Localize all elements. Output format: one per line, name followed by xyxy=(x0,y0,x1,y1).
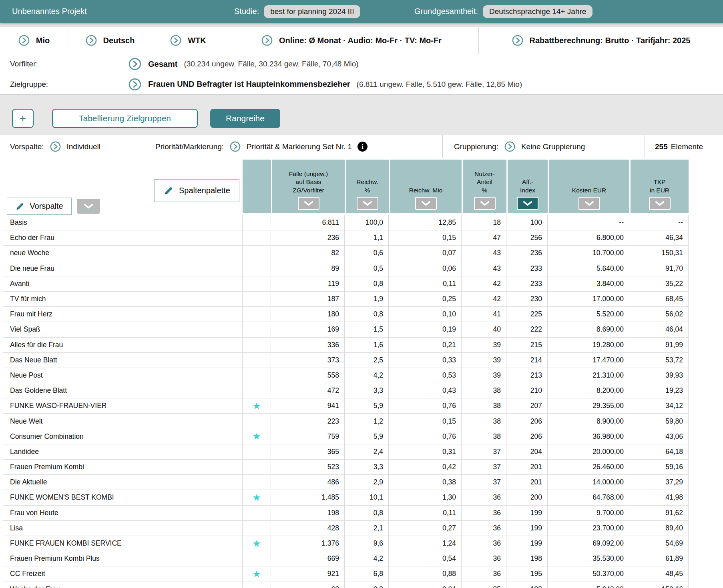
table-row[interactable]: Neue Welt2231,20,15382068.900,0059,80 xyxy=(3,414,689,429)
column-header-label: Reichw. xyxy=(356,178,378,186)
cell-nutzer-anteil: 38 xyxy=(462,383,506,398)
table-row[interactable]: Frau mit Herz1800,80,10412255.520,0056,0… xyxy=(3,307,689,322)
pencil-icon xyxy=(15,202,25,211)
vorspalte-option[interactable]: Vorspalte: Individuell xyxy=(0,135,142,158)
options-row: Vorspalte: Individuell Priorität/Markier… xyxy=(0,135,723,158)
sort-button-reichw-pct[interactable] xyxy=(357,197,378,210)
table-row[interactable]: Die Aktuelle4862,90,383720114.000,0037,2… xyxy=(3,475,689,490)
studie-pill[interactable]: best for planning 2024 III xyxy=(264,5,360,18)
gruppierung-option[interactable]: Gruppierung: Keine Gruppierung xyxy=(443,135,645,158)
sort-button-tkp[interactable] xyxy=(649,197,671,210)
cell-kosten: 8.200,00 xyxy=(548,383,629,398)
table-row[interactable]: Lisa4282,10,273619923.700,0089,40 xyxy=(3,521,689,536)
table-row[interactable]: Echo der Frau2361,10,15472566.800,0046,3… xyxy=(3,230,689,246)
table-row[interactable]: neue Woche820,60,074323610.700,00150,31 xyxy=(3,246,689,261)
table-row[interactable]: Neue Post5584,20,533921321.310,0039,93 xyxy=(3,368,689,383)
table-row[interactable]: CC Freizeit★9216,80,883619550.370,0048,4… xyxy=(3,566,689,582)
cell-tkp: 91,70 xyxy=(629,261,689,276)
vorspalte-button[interactable]: Vorspalte xyxy=(7,198,72,215)
info-icon[interactable]: i xyxy=(357,142,368,152)
chevron-down-icon xyxy=(83,204,94,209)
prioritaet-option[interactable]: Priorität/Markierung: Priorität & Markie… xyxy=(142,135,443,158)
table-row[interactable]: Frau von Heute1980,80,11361999.700,0091,… xyxy=(3,506,689,521)
spaltenpalette-button[interactable]: Spaltenpalette xyxy=(154,179,239,202)
table-row[interactable]: Avanti1190,80,11422333.840,0035,22 xyxy=(3,276,689,292)
column-header-label: ZG/Vorfilter xyxy=(293,186,324,194)
cell-tkp: 150,31 xyxy=(629,246,689,261)
table-row[interactable]: Das Neue Blatt3732,50,333921417.470,0053… xyxy=(3,353,689,368)
cell-kosten: 35.530,00 xyxy=(548,551,629,566)
cell-reichw-mio: 0,53 xyxy=(389,368,462,383)
cell-faelle: 336 xyxy=(271,338,345,353)
table-row[interactable]: FUNKE WASO-FRAUEN-VIER★9415,90,763820729… xyxy=(3,398,689,414)
table-row[interactable]: FUNKE WOMEN'S BEST KOMBI★1.48510,11,3036… xyxy=(3,490,689,505)
prioritaet-option-value: Priorität & Markierung Set Nr. 1 xyxy=(247,142,352,151)
priority-star-cell-empty xyxy=(243,307,271,322)
cell-tkp: 61,89 xyxy=(629,551,689,566)
toolbar-item-sprache[interactable]: Deutsch xyxy=(68,27,152,54)
cell-tkp: 64,18 xyxy=(629,444,689,460)
cell-kosten: 19.280,00 xyxy=(548,338,629,353)
zielgruppe-setting[interactable]: Frauen UND Befragter ist Haupteinkommens… xyxy=(128,78,522,91)
cell-reichw-mio: 1,30 xyxy=(389,490,462,505)
table-row[interactable]: TV für mich1871,90,254223017.000,0068,45 xyxy=(3,292,689,307)
row-title: Das Goldene Blatt xyxy=(3,383,243,398)
row-title: CC Freizeit xyxy=(3,566,243,582)
cell-faelle: 921 xyxy=(271,566,345,582)
table-row[interactable]: FUNKE FRAUEN KOMBI SERVICE★1.3769,61,243… xyxy=(3,536,689,551)
cell-reichw-mio: 0,43 xyxy=(389,383,462,398)
add-tab-button[interactable]: + xyxy=(12,109,34,128)
vorspalte-dropdown-button[interactable] xyxy=(77,199,100,214)
sort-button-aff-index-active[interactable] xyxy=(517,197,538,210)
cell-nutzer-anteil: 41 xyxy=(462,307,506,322)
toolbar-item-media[interactable]: Online: Ø Monat · Audio: Mo-Fr · TV: Mo-… xyxy=(224,27,479,54)
table-row[interactable]: Woche der Frau630,30,04351935.640,00150,… xyxy=(3,582,689,588)
table-row[interactable]: Basis6.811100,012,8518100---- xyxy=(3,215,689,230)
tab-tabellierung-zielgruppen[interactable]: Tabellierung Zielgruppen xyxy=(52,109,198,128)
cell-faelle: 187 xyxy=(271,292,345,307)
sort-button-reichw-mio[interactable] xyxy=(415,197,437,210)
cell-kosten: 5.640,00 xyxy=(548,582,629,588)
studie-group: Studie: best for planning 2024 III xyxy=(234,0,360,23)
cell-tkp: 46,34 xyxy=(629,230,689,246)
vorfilter-setting[interactable]: Gesamt (30.234 ungew. Fälle, 30.234 gew.… xyxy=(128,57,359,71)
settings-toolbar: Mio Deutsch WTK Online: Ø Monat · Audio:… xyxy=(0,27,723,54)
table-row[interactable]: Viel Spaß1691,50,19402228.690,0046,04 xyxy=(3,322,689,337)
cell-faelle: 486 xyxy=(271,475,345,490)
cell-faelle: 941 xyxy=(271,398,345,414)
row-title: Die neue Frau xyxy=(3,261,243,276)
table-row[interactable]: Frauen Premium Kombi Plus6694,20,5436198… xyxy=(3,551,689,566)
table-row[interactable]: Die neue Frau890,50,06432335.640,0091,70 xyxy=(3,261,689,276)
table-row[interactable]: Consumer Combination★7595,90,763820636.9… xyxy=(3,429,689,444)
sort-button-faelle[interactable] xyxy=(298,197,319,210)
cell-kosten: 36.980,00 xyxy=(548,429,629,444)
toolbar-item-mio[interactable]: Mio xyxy=(0,27,68,54)
table-row[interactable]: Landidee3652,40,313720420.000,0064,18 xyxy=(3,444,689,460)
table-row[interactable]: Alles für die Frau3361,60,213921519.280,… xyxy=(3,338,689,353)
grundgesamtheit-pill[interactable]: Deutschsprachige 14+ Jahre xyxy=(483,5,592,18)
cell-nutzer-anteil: 43 xyxy=(462,246,506,261)
cell-reichw-pct: 5,9 xyxy=(345,398,389,414)
toolbar-item-wtk[interactable]: WTK xyxy=(152,27,224,54)
cell-aff-index: 236 xyxy=(506,246,548,261)
cell-tkp: 39,93 xyxy=(629,368,689,383)
priority-star-icon: ★ xyxy=(243,398,271,414)
row-title: Frau mit Herz xyxy=(3,307,243,322)
table-row[interactable]: Das Goldene Blatt4723,30,43382108.200,00… xyxy=(3,383,689,398)
cell-faelle: 198 xyxy=(271,506,345,521)
cell-aff-index: 200 xyxy=(506,490,548,505)
cell-nutzer-anteil: 43 xyxy=(462,261,506,276)
sort-button-kosten[interactable] xyxy=(578,197,600,210)
column-header-label: Index xyxy=(520,186,535,194)
gruppierung-option-value: Keine Gruppierung xyxy=(521,142,585,151)
column-header-nutzer-anteil: Nutzer-Anteil% xyxy=(462,160,506,213)
toolbar-item-rabatt[interactable]: Rabattberechnung: Brutto · Tarifjahr: 20… xyxy=(479,27,723,54)
tab-rangreihe-active[interactable]: Rangreihe xyxy=(210,109,280,128)
column-header-label: Aff.- xyxy=(522,178,533,186)
cell-nutzer-anteil: 39 xyxy=(462,368,506,383)
sort-button-nutzer-anteil[interactable] xyxy=(474,197,496,210)
priority-star-cell-empty xyxy=(243,292,271,307)
table-row[interactable]: Frauen Premium Kombi5233,30,423720126.46… xyxy=(3,460,689,475)
cell-tkp: 91,62 xyxy=(629,506,689,521)
cell-tkp: 89,40 xyxy=(629,521,689,536)
